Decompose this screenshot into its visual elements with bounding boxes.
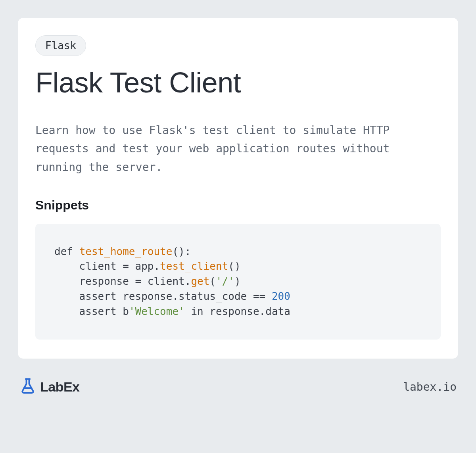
code-function: test_client bbox=[160, 260, 228, 272]
code-text: in response.data bbox=[185, 305, 290, 317]
code-text: (): bbox=[172, 246, 191, 257]
page-title: Flask Test Client bbox=[35, 67, 441, 98]
category-tag: Flask bbox=[35, 35, 86, 56]
flask-icon bbox=[19, 378, 36, 396]
code-text: client = app. bbox=[54, 260, 160, 272]
code-number: 200 bbox=[272, 290, 290, 302]
code-function: test_home_route bbox=[79, 246, 173, 257]
code-text: () bbox=[228, 260, 240, 272]
code-function: get bbox=[191, 275, 209, 287]
code-text: assert b bbox=[54, 305, 129, 317]
brand-name: LabEx bbox=[40, 379, 80, 395]
code-text: assert response.status_code == bbox=[54, 290, 272, 302]
description-text: Learn how to use Flask's test client to … bbox=[35, 121, 441, 177]
code-text: response = client. bbox=[54, 275, 191, 287]
code-text: ( bbox=[209, 275, 216, 287]
brand-logo: LabEx bbox=[19, 378, 80, 396]
code-snippet: def test_home_route(): client = app.test… bbox=[35, 224, 441, 340]
code-text: ) bbox=[234, 275, 241, 287]
code-string: '/' bbox=[216, 275, 234, 287]
content-card: Flask Flask Test Client Learn how to use… bbox=[18, 18, 458, 359]
footer-url: labex.io bbox=[403, 380, 457, 393]
snippets-heading: Snippets bbox=[35, 198, 441, 213]
code-string: 'Welcome' bbox=[129, 305, 185, 317]
footer: LabEx labex.io bbox=[18, 378, 458, 396]
code-text: def bbox=[54, 246, 79, 257]
